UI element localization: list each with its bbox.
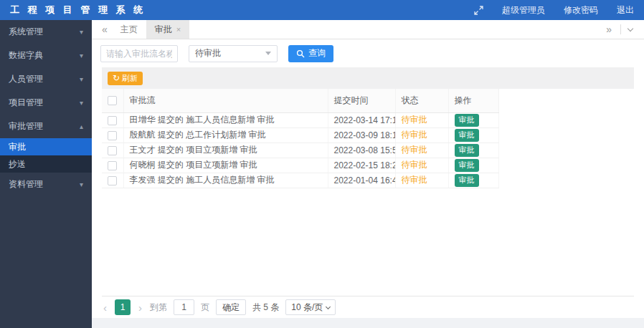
- sidebar-item-document-mgmt[interactable]: 资料管理 ▾: [0, 173, 92, 196]
- query-button[interactable]: 查询: [288, 45, 333, 62]
- chevron-down-icon: ▾: [80, 75, 83, 83]
- bottom-strip: [92, 318, 644, 328]
- status-select[interactable]: 待审批: [189, 45, 278, 62]
- close-tab-icon[interactable]: ×: [176, 25, 181, 34]
- table-row: 田增华 提交的 施工人员信息新增 审批 2022-03-14 17:13 待审批…: [102, 112, 498, 127]
- table-row: 殷航航 提交的 总工作计划新增 审批 2022-03-09 18:14 待审批 …: [102, 127, 498, 143]
- row-checkbox[interactable]: [108, 176, 117, 185]
- change-password-link[interactable]: 修改密码: [564, 4, 598, 16]
- row-checkbox[interactable]: [108, 146, 117, 155]
- status-cell: 待审批: [395, 158, 448, 173]
- sidebar: 系统管理 ▾ 数据字典 ▾ 人员管理 ▾ 项目管理 ▾ 审批管理 ▴ 审批 抄送: [0, 20, 92, 328]
- table-row: 何晓桐 提交的 项目立项新增 审批 2022-02-15 18:20 待审批 审…: [102, 158, 498, 173]
- menu-label: 项目管理: [9, 97, 43, 109]
- column-header-status: 状态: [395, 89, 448, 112]
- row-checkbox[interactable]: [108, 116, 117, 125]
- menu-label: 资料管理: [9, 178, 43, 190]
- pagination: ‹ 1 › 到第 页 确定 共 5 条 10 条/页: [102, 296, 634, 318]
- content-area: « 主页 审批 × » 待审批: [92, 20, 644, 328]
- tab-bar: « 主页 审批 × »: [92, 20, 644, 39]
- app-window: 工 程 项 目 管 理 系 统 超级管理员 修改密码 退出 系统管理 ▾ 数据字…: [0, 0, 644, 328]
- panel-spacer: [102, 188, 634, 296]
- approve-button[interactable]: 审批: [455, 129, 479, 142]
- table-row: 李发强 提交的 施工人员信息新增 审批 2022-01-04 16:49 待审批…: [102, 173, 498, 188]
- filter-bar: 待审批 查询: [92, 39, 644, 67]
- status-select-value: 待审批: [195, 47, 221, 59]
- confirm-page-button[interactable]: 确定: [216, 299, 246, 315]
- flow-cell: 田增华 提交的 施工人员信息新增 审批: [123, 112, 328, 127]
- tab-label: 审批: [155, 24, 172, 36]
- row-checkbox[interactable]: [108, 161, 117, 170]
- tab-label: 主页: [120, 24, 138, 36]
- approval-table: 审批流 提交时间 状态 操作 田增华 提交的 施工人员信息新增 审批 2022-…: [102, 89, 499, 188]
- tab-home[interactable]: 主页: [112, 20, 146, 39]
- menu-label: 数据字典: [9, 49, 43, 62]
- sidebar-item-personnel-mgmt[interactable]: 人员管理 ▾: [0, 67, 92, 91]
- approve-button[interactable]: 审批: [455, 114, 479, 127]
- chevron-down-icon: ▾: [80, 52, 83, 59]
- menu-label: 审批管理: [9, 120, 43, 132]
- table-row: 王文才 提交的 项目立项新增 审批 2022-03-08 15:54 待审批 审…: [102, 143, 498, 158]
- table-toolbar: ↻ 刷新: [102, 67, 634, 89]
- refresh-button[interactable]: ↻ 刷新: [108, 72, 143, 85]
- approval-submenu: 审批 抄送: [0, 138, 92, 173]
- select-all-checkbox[interactable]: [108, 96, 117, 105]
- page-unit-label: 页: [201, 302, 209, 314]
- approval-panel: ↻ 刷新 审批流 提交时间 状态 操作: [102, 67, 634, 318]
- sidebar-item-approval-mgmt[interactable]: 审批管理 ▴: [0, 115, 92, 138]
- app-title: 工 程 项 目 管 理 系 统: [0, 4, 146, 16]
- column-header-time: 提交时间: [328, 89, 395, 112]
- flow-cell: 王文才 提交的 项目立项新增 审批: [123, 143, 328, 158]
- sidebar-item-cc[interactable]: 抄送: [0, 155, 92, 173]
- chevron-down-icon: [326, 304, 331, 309]
- approve-button[interactable]: 审批: [455, 144, 479, 157]
- tabs-menu-icon[interactable]: [628, 25, 633, 31]
- tabs-scroll-left-icon[interactable]: «: [98, 24, 112, 35]
- chevron-down-icon: ▾: [80, 180, 83, 188]
- flow-cell: 李发强 提交的 施工人员信息新增 审批: [123, 173, 328, 188]
- chevron-down-icon: [265, 52, 271, 55]
- flow-cell: 殷航航 提交的 总工作计划新增 审批: [123, 127, 328, 143]
- time-cell: 2022-03-14 17:13: [328, 112, 395, 127]
- tab-approval[interactable]: 审批 ×: [146, 20, 189, 39]
- topbar-actions: 超级管理员 修改密码 退出: [455, 4, 644, 16]
- refresh-icon: ↻: [113, 74, 120, 82]
- chevron-up-icon: ▴: [80, 122, 83, 130]
- top-header: 工 程 项 目 管 理 系 统 超级管理员 修改密码 退出: [0, 0, 644, 20]
- user-menu[interactable]: 超级管理员: [502, 4, 545, 16]
- page-number-input[interactable]: [174, 299, 194, 315]
- page-size-select[interactable]: 10 条/页: [285, 299, 336, 315]
- time-cell: 2022-03-08 15:54: [328, 143, 395, 158]
- sidebar-item-project-mgmt[interactable]: 项目管理 ▾: [0, 91, 92, 115]
- search-icon: [296, 49, 305, 58]
- query-button-label: 查询: [308, 47, 326, 59]
- status-cell: 待审批: [395, 173, 448, 188]
- main-layout: 系统管理 ▾ 数据字典 ▾ 人员管理 ▾ 项目管理 ▾ 审批管理 ▴ 审批 抄送: [0, 20, 644, 328]
- row-checkbox[interactable]: [108, 131, 117, 140]
- status-cell: 待审批: [395, 112, 448, 127]
- approve-button[interactable]: 审批: [455, 159, 479, 172]
- current-page-button[interactable]: 1: [115, 299, 131, 315]
- goto-page-label: 到第: [150, 302, 167, 314]
- sidebar-item-approval[interactable]: 审批: [0, 138, 92, 155]
- page-size-value: 10 条/页: [291, 302, 323, 314]
- flow-cell: 何晓桐 提交的 项目立项新增 审批: [123, 158, 328, 173]
- status-cell: 待审批: [395, 127, 448, 143]
- refresh-button-label: 刷新: [122, 73, 138, 84]
- flow-name-input[interactable]: [100, 45, 178, 62]
- chevron-down-icon: ▾: [80, 99, 83, 107]
- menu-label: 人员管理: [9, 73, 43, 85]
- tabbar-divider: [620, 24, 621, 34]
- menu-label: 系统管理: [9, 26, 43, 38]
- next-page-icon[interactable]: ›: [137, 302, 143, 314]
- sidebar-item-system-mgmt[interactable]: 系统管理 ▾: [0, 20, 92, 44]
- approve-button[interactable]: 审批: [455, 174, 479, 187]
- tabs-scroll-right-icon[interactable]: »: [602, 24, 616, 35]
- time-cell: 2022-01-04 16:49: [328, 173, 395, 188]
- fullscreen-icon[interactable]: [474, 6, 483, 15]
- sidebar-item-data-dictionary[interactable]: 数据字典 ▾: [0, 44, 92, 67]
- column-header-flow: 审批流: [123, 89, 328, 112]
- logout-link[interactable]: 退出: [617, 4, 634, 16]
- prev-page-icon[interactable]: ‹: [102, 302, 108, 314]
- total-count-label: 共 5 条: [252, 302, 279, 314]
